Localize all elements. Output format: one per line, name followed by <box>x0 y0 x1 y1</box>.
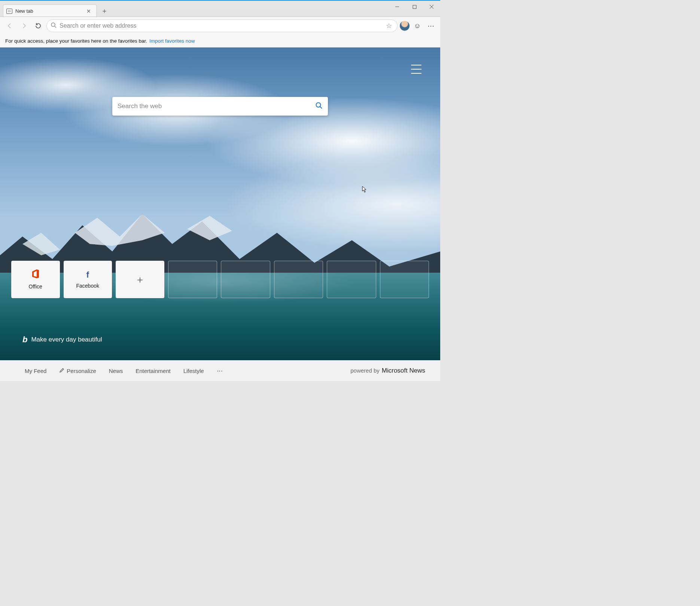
quicklink-label: Facebook <box>76 283 99 289</box>
svg-line-5 <box>55 26 56 28</box>
page-settings-icon[interactable] <box>411 65 421 74</box>
quicklink-slot-empty[interactable] <box>274 261 323 298</box>
window-controls <box>389 1 440 17</box>
microsoft-news-label: Microsoft News <box>382 367 425 374</box>
bing-icon: b <box>22 335 27 345</box>
forward-button[interactable] <box>18 20 30 32</box>
quicklink-slot-empty[interactable] <box>221 261 270 298</box>
search-icon <box>51 22 57 30</box>
close-tab-button[interactable]: ✕ <box>85 8 92 15</box>
minimize-button[interactable] <box>389 1 406 13</box>
feed-nav: My Feed Personalize News Entertainment L… <box>0 360 440 381</box>
powered-by: powered by Microsoft News <box>350 367 425 374</box>
svg-point-6 <box>316 103 321 107</box>
add-quicklink-button[interactable]: ＋ <box>116 261 164 298</box>
quicklink-slot-empty[interactable] <box>168 261 217 298</box>
quicklink-office[interactable]: Office <box>11 261 60 298</box>
svg-line-7 <box>320 107 322 108</box>
back-button[interactable] <box>4 20 16 32</box>
nav-myfeed[interactable]: My Feed <box>25 368 46 374</box>
quicklink-slot-empty[interactable] <box>380 261 429 298</box>
pencil-icon <box>59 368 64 374</box>
toolbar: ☆ ☺ ⋯ <box>0 17 440 35</box>
more-menu-icon[interactable]: ⋯ <box>425 20 436 31</box>
titlebar: ▭ New tab ✕ ＋ <box>0 0 440 17</box>
reload-button[interactable] <box>32 20 44 32</box>
nav-personalize[interactable]: Personalize <box>59 368 96 374</box>
svg-rect-1 <box>413 5 416 9</box>
quicklink-slot-empty[interactable] <box>327 261 376 298</box>
profile-avatar[interactable] <box>400 21 410 31</box>
plus-icon: ＋ <box>135 273 145 286</box>
newtab-icon: ▭ <box>6 9 12 14</box>
bing-tagline[interactable]: b Make every day beautiful <box>22 335 102 345</box>
favorites-hint: For quick access, place your favorites h… <box>5 38 147 44</box>
favorite-star-icon[interactable]: ☆ <box>384 22 393 30</box>
import-favorites-link[interactable]: Import favorites now <box>149 38 195 44</box>
emoji-feedback-icon[interactable]: ☺ <box>412 20 423 31</box>
close-window-button[interactable] <box>423 1 440 13</box>
quicklink-facebook[interactable]: f Facebook <box>64 261 112 298</box>
address-bar[interactable]: ☆ <box>46 19 398 32</box>
new-tab-button[interactable]: ＋ <box>99 5 110 16</box>
search-icon[interactable] <box>315 102 323 111</box>
address-input[interactable] <box>60 22 381 29</box>
web-search-input[interactable] <box>118 102 315 110</box>
quicklink-label: Office <box>29 284 42 290</box>
browser-tab[interactable]: ▭ New tab ✕ <box>3 4 97 17</box>
maximize-button[interactable] <box>406 1 423 13</box>
nav-lifestyle[interactable]: Lifestyle <box>183 368 204 374</box>
nav-entertainment[interactable]: Entertainment <box>136 368 170 374</box>
facebook-icon: f <box>86 270 89 280</box>
web-search-box[interactable] <box>112 97 328 116</box>
tab-title: New tab <box>15 8 33 14</box>
quicklinks-row: Office f Facebook ＋ <box>11 261 429 298</box>
tagline-text: Make every day beautiful <box>31 336 102 343</box>
favorites-bar: For quick access, place your favorites h… <box>0 35 440 48</box>
new-tab-content: Office f Facebook ＋ b Make every day bea… <box>0 48 440 360</box>
nav-more-icon[interactable]: ⋯ <box>217 367 223 374</box>
office-icon <box>31 269 40 281</box>
svg-point-4 <box>51 23 55 27</box>
nav-news[interactable]: News <box>109 368 123 374</box>
